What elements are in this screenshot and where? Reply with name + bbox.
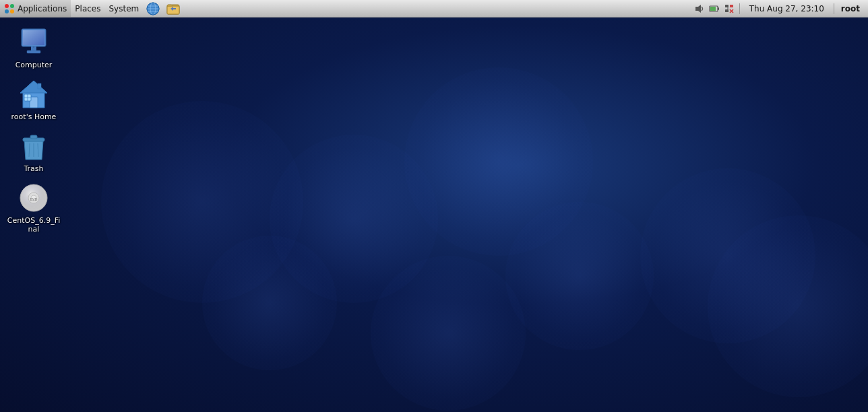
power-tray[interactable] — [708, 3, 720, 15]
svg-point-3 — [10, 9, 14, 13]
svg-marker-12 — [695, 5, 701, 13]
network-disconnect-icon — [724, 3, 735, 14]
svg-rect-19 — [725, 9, 728, 12]
home-label: root's Home — [11, 112, 57, 121]
taskbar: Applications Places System — [0, 0, 868, 18]
computer-label: Computer — [16, 61, 53, 69]
svg-rect-24 — [23, 30, 44, 45]
applications-icon — [4, 3, 15, 14]
volume-icon — [694, 3, 705, 14]
volume-tray[interactable] — [693, 3, 706, 15]
network-icon — [166, 1, 181, 16]
svg-rect-18 — [727, 7, 728, 9]
trash-icon-image — [18, 130, 50, 162]
taskbar-left: Applications Places System — [0, 0, 688, 17]
desktop: Applications Places System — [0, 0, 868, 412]
taskbar-right: Thu Aug 27, 23:10 root — [688, 0, 868, 17]
home-icon[interactable]: root's Home — [7, 75, 61, 124]
svg-rect-36 — [30, 135, 37, 139]
trash-label: Trash — [24, 164, 43, 173]
desktop-icons-container: Computer root' — [7, 24, 61, 236]
system-label: System — [108, 4, 139, 13]
svg-point-27 — [33, 46, 34, 48]
network-launcher[interactable] — [163, 0, 183, 17]
places-menu[interactable]: Places — [71, 0, 104, 17]
tray-separator — [739, 3, 740, 14]
svg-point-2 — [5, 9, 9, 13]
svg-marker-33 — [20, 81, 47, 93]
svg-rect-14 — [718, 7, 719, 10]
dvd-label: CentOS_6.9_Final — [7, 216, 61, 234]
system-menu[interactable]: System — [104, 0, 143, 17]
dvd-icon[interactable]: DVD CentOS_6.9_Final — [7, 179, 61, 236]
svg-rect-15 — [710, 7, 716, 11]
svg-point-1 — [10, 4, 14, 8]
computer-icon[interactable]: Computer — [7, 24, 61, 72]
home-icon-image — [18, 78, 50, 110]
network-tray[interactable] — [723, 3, 735, 15]
svg-rect-17 — [730, 5, 733, 7]
trash-icon[interactable]: Trash — [7, 127, 61, 176]
dvd-icon-image: DVD — [18, 182, 50, 214]
svg-rect-34 — [38, 83, 41, 89]
tray-separator-2 — [834, 3, 834, 14]
svg-rect-16 — [725, 5, 728, 7]
computer-icon-image — [18, 26, 50, 59]
svg-point-0 — [5, 4, 9, 8]
places-label: Places — [75, 4, 100, 13]
applications-label: Applications — [18, 4, 67, 13]
svg-rect-26 — [27, 50, 40, 53]
svg-text:DVD: DVD — [30, 197, 38, 201]
browser-launcher[interactable] — [143, 0, 163, 17]
globe-icon — [146, 1, 160, 16]
clock-display: Thu Aug 27, 23:10 — [744, 4, 830, 13]
battery-icon — [709, 3, 720, 14]
applications-menu[interactable]: Applications — [0, 0, 71, 17]
user-display: root — [838, 4, 863, 13]
